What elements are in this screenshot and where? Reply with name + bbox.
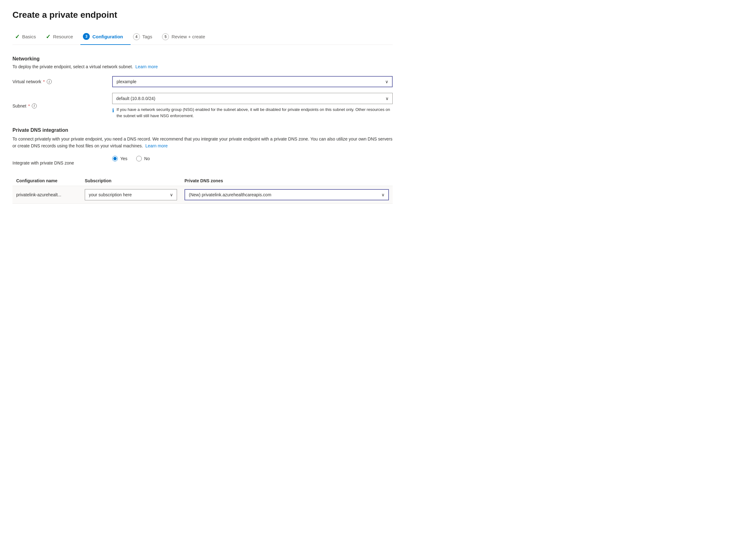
dns-row-config-name: privatelink-azurehealt... — [12, 186, 81, 204]
configuration-step-circle: 3 — [83, 33, 90, 40]
virtual-network-chevron-icon: ∨ — [385, 79, 388, 84]
dns-row-subscription-cell: your subscription here ∨ — [81, 186, 181, 204]
basics-check-icon: ✓ — [15, 33, 20, 40]
nsg-info-circle-icon: ℹ — [112, 107, 114, 119]
subnet-label: Subnet * i — [12, 103, 112, 108]
tab-configuration[interactable]: 3 Configuration — [80, 30, 130, 45]
subnet-dropdown[interactable]: default (10.8.0.0/24) ∨ — [112, 93, 393, 104]
dns-integrate-row: Integrate with private DNS zone Yes No — [12, 156, 393, 170]
tab-tags-label: Tags — [143, 34, 152, 39]
dns-no-label: No — [144, 156, 150, 161]
virtual-network-info-icon[interactable]: i — [47, 79, 52, 84]
subnet-info-icon[interactable]: i — [32, 103, 37, 108]
subnet-chevron-icon: ∨ — [385, 96, 389, 101]
dns-col-zones: Private DNS zones — [181, 176, 393, 186]
tab-basics[interactable]: ✓ Basics — [12, 30, 43, 45]
subscription-chevron-icon: ∨ — [170, 192, 173, 197]
dns-radio-options: Yes No — [112, 156, 393, 161]
subnet-control: default (10.8.0.0/24) ∨ ℹ If you have a … — [112, 93, 393, 119]
networking-description: To deploy the private endpoint, select a… — [12, 64, 393, 69]
virtual-network-label: Virtual network * i — [12, 79, 112, 84]
resource-check-icon: ✓ — [46, 33, 51, 40]
tab-tags[interactable]: 4 Tags — [130, 30, 160, 45]
tab-basics-label: Basics — [22, 34, 36, 39]
virtual-network-required: * — [43, 79, 45, 84]
virtual-network-row: Virtual network * i plexample ∨ — [12, 76, 393, 87]
page-title: Create a private endpoint — [12, 10, 393, 20]
dns-col-subscription: Subscription — [81, 176, 181, 186]
tab-resource-label: Resource — [53, 34, 73, 39]
nsg-info-box: ℹ If you have a network security group (… — [112, 107, 393, 119]
dns-description: To connect privately with your private e… — [12, 135, 393, 150]
tab-review-create-label: Review + create — [171, 34, 205, 39]
dns-row-zones-cell: (New) privatelink.azurehealthcareapis.co… — [181, 186, 393, 204]
dns-zones-chevron-icon: ∨ — [381, 192, 385, 197]
dns-learn-more-link[interactable]: Learn more — [145, 143, 168, 148]
dns-title: Private DNS integration — [12, 127, 393, 133]
dns-yes-option[interactable]: Yes — [112, 156, 127, 161]
tags-step-circle: 4 — [133, 33, 140, 40]
nsg-info-text: If you have a network security group (NS… — [116, 107, 393, 119]
dns-section: Private DNS integration To connect priva… — [12, 127, 393, 204]
subnet-value: default (10.8.0.0/24) — [116, 96, 155, 101]
networking-learn-more-link[interactable]: Learn more — [136, 64, 158, 69]
review-step-circle: 5 — [162, 33, 169, 40]
subnet-row: Subnet * i default (10.8.0.0/24) ∨ ℹ If … — [12, 93, 393, 119]
dns-yes-label: Yes — [120, 156, 127, 161]
networking-title: Networking — [12, 56, 393, 62]
tab-resource[interactable]: ✓ Resource — [43, 30, 80, 45]
dns-radio-group: Yes No — [112, 156, 393, 170]
dns-table: Configuration name Subscription Private … — [12, 176, 393, 204]
subscription-dropdown[interactable]: your subscription here ∨ — [85, 189, 177, 200]
wizard-tabs: ✓ Basics ✓ Resource 3 Configuration 4 Ta… — [12, 30, 393, 45]
dns-zones-dropdown[interactable]: (New) privatelink.azurehealthcareapis.co… — [184, 189, 389, 200]
dns-col-config-name: Configuration name — [12, 176, 81, 186]
virtual-network-value: plexample — [116, 79, 137, 84]
dns-zones-value: (New) privatelink.azurehealthcareapis.co… — [189, 192, 271, 197]
table-row: privatelink-azurehealt... your subscript… — [12, 186, 393, 204]
dns-yes-radio[interactable] — [112, 156, 118, 161]
dns-table-header-row: Configuration name Subscription Private … — [12, 176, 393, 186]
virtual-network-dropdown[interactable]: plexample ∨ — [112, 76, 393, 87]
dns-table-head: Configuration name Subscription Private … — [12, 176, 393, 186]
dns-no-radio[interactable] — [136, 156, 142, 161]
subnet-required: * — [28, 103, 30, 108]
subscription-value: your subscription here — [89, 192, 132, 197]
networking-section: Networking To deploy the private endpoin… — [12, 56, 393, 119]
tab-review-create[interactable]: 5 Review + create — [160, 30, 213, 45]
dns-table-body: privatelink-azurehealt... your subscript… — [12, 186, 393, 204]
dns-no-option[interactable]: No — [136, 156, 150, 161]
tab-configuration-label: Configuration — [92, 34, 123, 39]
virtual-network-control: plexample ∨ — [112, 76, 393, 87]
dns-integrate-label: Integrate with private DNS zone — [12, 161, 112, 165]
